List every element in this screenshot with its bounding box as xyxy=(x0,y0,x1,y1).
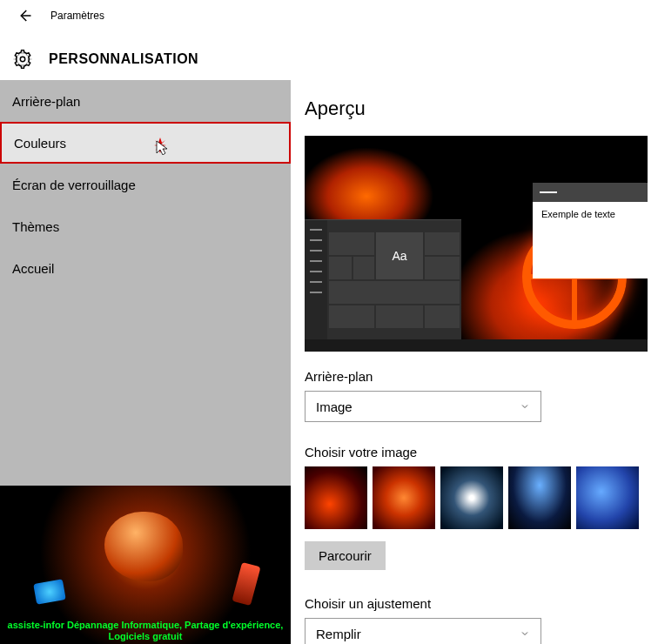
svg-point-1 xyxy=(20,57,25,62)
sidebar-item-label: Arrière-plan xyxy=(12,94,80,109)
back-button[interactable] xyxy=(12,3,37,28)
promo-image: assiste-infor Dépannage Informatique, Pa… xyxy=(0,486,291,644)
section-header: PERSONNALISATION xyxy=(0,38,658,80)
sidebar-spacer xyxy=(0,289,291,486)
preview-window-text: Exemple de texte xyxy=(533,202,648,226)
sidebar-item-label: Écran de verrouillage xyxy=(12,178,136,192)
sidebar-item-label: Thèmes xyxy=(12,219,59,234)
fit-select[interactable]: Remplir xyxy=(305,618,541,644)
image-thumb[interactable] xyxy=(508,466,571,529)
image-thumb[interactable] xyxy=(576,466,639,529)
cursor-icon xyxy=(151,136,169,158)
background-select[interactable]: Image xyxy=(305,391,541,422)
choose-image-label: Choisir votre image xyxy=(305,445,649,460)
background-label: Arrière-plan xyxy=(305,369,649,384)
sidebar-item-start[interactable]: Accueil xyxy=(0,247,291,289)
svg-marker-3 xyxy=(157,141,167,155)
image-thumb[interactable] xyxy=(373,466,435,529)
image-thumb[interactable] xyxy=(440,466,503,529)
header-title: Paramètres xyxy=(50,10,104,22)
sidebar-item-lockscreen[interactable]: Écran de verrouillage xyxy=(0,164,291,205)
sidebar-item-label: Couleurs xyxy=(14,136,66,151)
sidebar-item-colors[interactable]: Couleurs xyxy=(0,122,291,164)
background-select-value: Image xyxy=(316,399,352,414)
image-thumbnails xyxy=(305,466,649,529)
preview-aa-tile: Aa xyxy=(376,232,423,279)
arrow-left-icon xyxy=(17,8,32,23)
sidebar-item-background[interactable]: Arrière-plan xyxy=(0,80,291,122)
sidebar: Arrière-plan Couleurs Écran de verrouill… xyxy=(0,80,291,644)
svg-marker-2 xyxy=(154,138,166,153)
sidebar-item-label: Accueil xyxy=(12,261,54,276)
gear-icon xyxy=(12,49,33,70)
chevron-down-icon xyxy=(520,628,530,639)
image-thumb[interactable] xyxy=(305,466,367,529)
fit-label: Choisir un ajustement xyxy=(305,596,649,611)
window-header: Paramètres xyxy=(0,0,658,31)
sidebar-item-themes[interactable]: Thèmes xyxy=(0,205,291,247)
chevron-down-icon xyxy=(520,401,530,412)
settings-panel: Aperçu Aa Exemple de texte Arrière-plan xyxy=(291,80,658,644)
browse-button[interactable]: Parcourir xyxy=(305,541,386,570)
desktop-preview: Aa Exemple de texte xyxy=(305,136,648,352)
promo-text: assiste-infor Dépannage Informatique, Pa… xyxy=(3,620,287,642)
preview-sample-window: Exemple de texte xyxy=(533,183,648,278)
preview-heading: Aperçu xyxy=(305,97,649,120)
section-title: PERSONNALISATION xyxy=(49,51,198,67)
preview-taskbar xyxy=(305,339,648,352)
preview-start-menu: Aa xyxy=(305,219,461,352)
content-split: Arrière-plan Couleurs Écran de verrouill… xyxy=(0,80,658,644)
fit-select-value: Remplir xyxy=(316,627,361,641)
